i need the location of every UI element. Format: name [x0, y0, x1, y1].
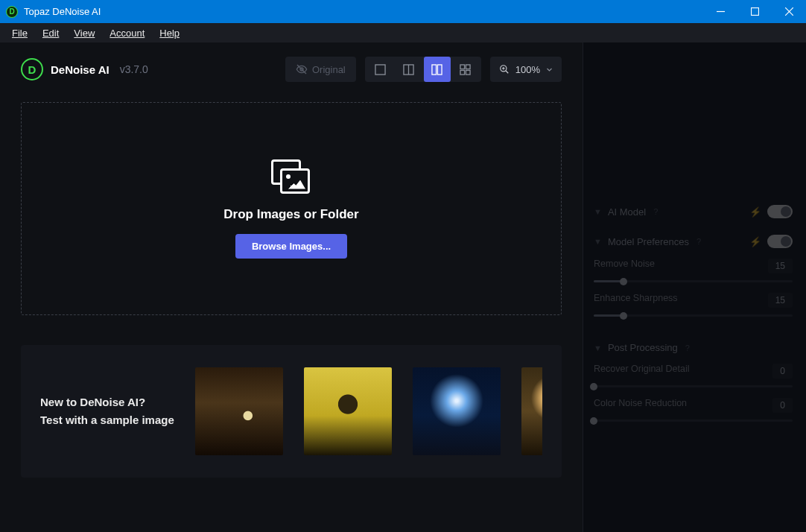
ai-model-toggle[interactable]	[767, 205, 793, 218]
app-icon: D	[6, 6, 18, 18]
zoom-control[interactable]: 100%	[490, 57, 562, 82]
drop-zone[interactable]: Drop Images or Folder Browse Images...	[21, 102, 562, 315]
auto-icon[interactable]: ⚡	[749, 206, 761, 218]
menu-file[interactable]: File	[4, 26, 35, 40]
section-post-processing: ▼ Post Processing ? Recover Original Det…	[594, 342, 793, 422]
sample-thumb-4[interactable]	[521, 367, 542, 455]
help-icon[interactable]: ?	[653, 207, 658, 216]
enhance-sharpness-slider[interactable]	[594, 314, 793, 317]
zoom-in-icon	[499, 64, 510, 75]
view-side-by-side-button[interactable]	[424, 57, 451, 82]
section-model-preferences: ▼ Model Preferences ? ⚡ Remove Noise 15	[594, 235, 793, 317]
svg-rect-10	[438, 64, 442, 74]
view-single-icon	[375, 64, 386, 75]
color-noise-value[interactable]: 0	[772, 398, 793, 413]
chevron-down-icon[interactable]: ▼	[594, 343, 602, 352]
post-processing-label: Post Processing	[608, 342, 678, 353]
sample-thumb-1[interactable]	[195, 367, 283, 455]
chevron-down-icon[interactable]: ▼	[594, 207, 602, 216]
model-preferences-label: Model Preferences	[608, 236, 689, 247]
color-noise-label: Color Noise Reduction	[594, 398, 687, 413]
browse-images-button[interactable]: Browse Images...	[235, 234, 347, 259]
recover-detail-value[interactable]: 0	[772, 364, 793, 379]
original-label: Original	[312, 64, 346, 75]
minimize-icon	[717, 7, 725, 16]
enhance-sharpness-row: Enhance Sharpness 15	[594, 293, 793, 317]
view-single-button[interactable]	[367, 57, 394, 82]
close-icon	[785, 7, 793, 16]
show-original-button[interactable]: Original	[285, 57, 356, 82]
view-split-icon	[403, 64, 414, 75]
remove-noise-label: Remove Noise	[594, 259, 655, 273]
view-side-by-side-icon	[431, 64, 442, 75]
view-grid-button[interactable]	[452, 57, 479, 82]
svg-rect-1	[751, 8, 758, 16]
sample-images-panel: New to DeNoise AI? Test with a sample im…	[21, 345, 562, 478]
menu-account[interactable]: Account	[102, 26, 152, 40]
eye-off-icon	[296, 63, 308, 75]
zoom-value: 100%	[515, 64, 540, 75]
menu-help[interactable]: Help	[152, 26, 187, 40]
view-split-button[interactable]	[396, 57, 422, 82]
menu-edit[interactable]: Edit	[35, 26, 66, 40]
minimize-button[interactable]	[703, 0, 737, 23]
svg-rect-12	[466, 64, 471, 69]
brand-version: v3.7.0	[120, 63, 148, 75]
main-topbar: D DeNoise AI v3.7.0 Original	[21, 53, 562, 86]
model-preferences-toggle[interactable]	[767, 235, 793, 248]
brand-name: DeNoise AI	[51, 63, 110, 76]
settings-panel: ▼ AI Model ? ⚡ ▼ Model Preferences ? ⚡	[583, 42, 806, 532]
images-stack-icon	[271, 159, 311, 195]
auto-icon[interactable]: ⚡	[749, 236, 761, 247]
view-mode-group	[365, 57, 481, 82]
original-toggle-group: Original	[285, 57, 356, 82]
recover-detail-slider[interactable]	[594, 385, 793, 387]
sample-line1: New to DeNoise AI?	[40, 393, 174, 411]
svg-rect-14	[466, 70, 471, 75]
brand: D DeNoise AI v3.7.0	[21, 58, 148, 80]
view-grid-icon	[460, 64, 471, 75]
brand-logo-icon: D	[21, 58, 43, 80]
sample-copy: New to DeNoise AI? Test with a sample im…	[40, 393, 174, 429]
color-noise-row: Color Noise Reduction 0	[594, 398, 793, 422]
chevron-down-icon[interactable]: ▼	[594, 237, 602, 246]
menu-view[interactable]: View	[66, 26, 102, 40]
svg-rect-6	[375, 64, 385, 74]
help-icon[interactable]: ?	[685, 343, 690, 352]
svg-rect-13	[460, 70, 465, 75]
window-titlebar: D Topaz DeNoise AI	[0, 0, 806, 23]
maximize-button[interactable]	[737, 0, 772, 23]
enhance-sharpness-label: Enhance Sharpness	[594, 293, 678, 308]
maximize-icon	[751, 7, 759, 16]
color-noise-slider[interactable]	[594, 419, 793, 422]
sample-thumb-2[interactable]	[304, 367, 392, 455]
enhance-sharpness-value[interactable]: 15	[768, 293, 793, 308]
svg-rect-11	[460, 64, 465, 69]
chevron-down-icon	[546, 66, 553, 73]
window-title: Topaz DeNoise AI	[24, 6, 101, 17]
close-button[interactable]	[772, 0, 806, 23]
ai-model-label: AI Model	[608, 206, 646, 218]
recover-detail-row: Recover Original Detail 0	[594, 364, 793, 387]
svg-rect-9	[432, 64, 437, 74]
remove-noise-slider[interactable]	[594, 280, 793, 282]
section-ai-model: ▼ AI Model ? ⚡	[594, 205, 793, 218]
remove-noise-value[interactable]: 15	[768, 259, 793, 273]
sample-thumbs	[195, 367, 542, 455]
help-icon[interactable]: ?	[696, 237, 701, 246]
menubar: File Edit View Account Help	[0, 23, 806, 42]
recover-detail-label: Recover Original Detail	[594, 364, 690, 379]
main-panel: D DeNoise AI v3.7.0 Original	[0, 42, 583, 532]
sample-thumb-3[interactable]	[413, 367, 501, 455]
drop-zone-title: Drop Images or Folder	[223, 207, 358, 222]
remove-noise-row: Remove Noise 15	[594, 259, 793, 282]
svg-line-16	[506, 71, 509, 74]
sample-line2: Test with a sample image	[40, 411, 174, 429]
